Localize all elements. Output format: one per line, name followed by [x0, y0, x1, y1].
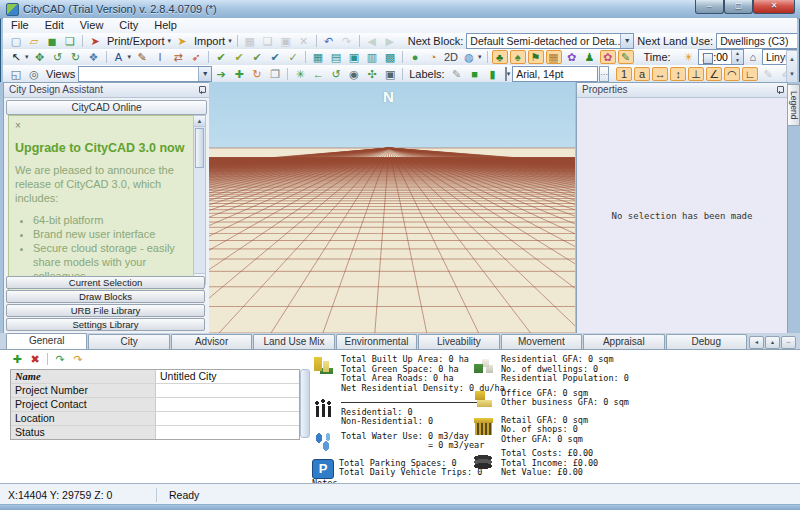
measure-width-icon[interactable]: ↔ [652, 67, 668, 81]
paint-tool-icon[interactable]: ✎ [618, 50, 634, 64]
tab-advisor[interactable]: Advisor [171, 334, 252, 349]
measure-letter-icon[interactable]: a [634, 67, 650, 81]
slider-thumb[interactable] [703, 53, 713, 64]
fit-view-icon[interactable]: ◱ [8, 67, 24, 81]
tab-city[interactable]: City [88, 334, 169, 349]
next-land-use-combo[interactable]: Dwellings (C3) ▼ [716, 33, 797, 49]
landmark-tool-icon[interactable]: ✿ [600, 50, 616, 64]
delete-row-button[interactable]: ✖ [27, 352, 43, 366]
measure-arc-icon[interactable]: ◠ [724, 67, 740, 81]
property-value[interactable] [156, 412, 299, 425]
view-copy-icon[interactable]: ❐ [267, 67, 283, 81]
copy-icon[interactable]: ❏ [260, 34, 276, 48]
draw-block-1-icon[interactable]: ✔ [213, 50, 229, 64]
maximize-button[interactable]: ▢ [724, 0, 753, 14]
move-tool-icon[interactable]: ✥ [32, 50, 48, 64]
curved-arrow-yellow-button[interactable]: ↷ [70, 352, 86, 366]
text-tool-icon[interactable]: A [111, 50, 127, 64]
view-add-icon[interactable]: ✚ [231, 67, 247, 81]
measure-corner-icon[interactable]: ∟ [742, 67, 758, 81]
chevron-down-icon[interactable]: ▾ [507, 70, 511, 78]
person-tool-icon[interactable]: ♟ [582, 50, 598, 64]
step-back-icon[interactable]: ◀ [364, 34, 380, 48]
pin-icon[interactable] [198, 86, 205, 94]
scroll-up-icon[interactable]: ▲ [194, 116, 205, 127]
surface-tool-icon[interactable]: ▦ [546, 50, 562, 64]
tab-environmental[interactable]: Environmental [336, 334, 417, 349]
block-insert-icon[interactable]: ▣ [346, 50, 362, 64]
label-pill-icon[interactable]: ▮ [485, 67, 501, 81]
flower-tool-icon[interactable]: ✿ [564, 50, 580, 64]
draw-block-4-icon[interactable]: ✔ [267, 50, 283, 64]
block-rows-icon[interactable]: ▤ [328, 50, 344, 64]
menu-help[interactable]: Help [146, 18, 185, 33]
property-value[interactable] [156, 398, 299, 411]
look-around-icon[interactable]: ◉ [346, 67, 362, 81]
chevron-down-icon[interactable]: ▼ [198, 67, 211, 81]
walk-view-icon[interactable]: ✣ [364, 67, 380, 81]
amenity-tool-icon[interactable]: ⚑ [528, 50, 544, 64]
panel-button-settings-library[interactable]: Settings Library [6, 318, 205, 331]
block-merge-icon[interactable]: ▩ [382, 50, 398, 64]
notice-scrollbar[interactable]: ▲ ▼ [193, 115, 206, 285]
globe-icon[interactable]: ◍ [461, 50, 477, 64]
annotate-pen-icon[interactable]: ✎ [760, 67, 776, 81]
pan-tool-icon[interactable]: ❖ [86, 50, 102, 64]
chevron-down-icon[interactable]: ▾ [478, 53, 482, 61]
chevron-down-icon[interactable]: ▼ [620, 34, 633, 48]
section-tool-icon[interactable]: I [152, 50, 168, 64]
minimize-button[interactable]: – [695, 0, 724, 14]
shrub-tool-icon[interactable]: ♠ [510, 50, 526, 64]
tab-liveability[interactable]: Liveability [418, 334, 499, 349]
zoom-tool-icon[interactable]: ◎ [26, 67, 42, 81]
label-block-icon[interactable]: ■ [467, 67, 483, 81]
pin-icon[interactable] [776, 86, 783, 94]
tab-land-use-mix[interactable]: Land Use Mix [253, 334, 334, 349]
title-bar[interactable]: CityCAD (Trial Version) v. 2.8.4.0709 (*… [0, 0, 800, 19]
print-export-button[interactable]: ➤ [87, 34, 103, 48]
tab-debug[interactable]: Debug [666, 334, 747, 349]
measure-angle-icon[interactable]: ∠ [706, 67, 722, 81]
save-icon[interactable]: ◼ [44, 34, 60, 48]
property-value[interactable] [156, 384, 299, 397]
chevron-down-icon[interactable]: ▾ [25, 53, 29, 61]
chevron-down-icon[interactable]: ▾ [228, 37, 232, 45]
tree-tool-icon[interactable]: ♣ [492, 50, 508, 64]
label-pen-icon[interactable]: ✎ [449, 67, 465, 81]
rotate-cw-tool-icon[interactable]: ↻ [68, 50, 84, 64]
tab-movement[interactable]: Movement [501, 334, 582, 349]
draw-block-2-icon[interactable]: ✔ [231, 50, 247, 64]
tab-legend[interactable]: Legend [787, 84, 800, 126]
open-folder-icon[interactable]: ▱ [26, 34, 42, 48]
redo-icon[interactable]: ↷ [339, 34, 355, 48]
label-font-box[interactable]: Arial, 14pt [512, 66, 598, 82]
chevron-down-icon[interactable]: ▾ [167, 37, 171, 45]
panel-button-current-selection[interactable]: Current Selection [6, 276, 205, 289]
next-block-combo[interactable]: Default Semi-detached or Deta... ▼ [466, 33, 634, 49]
step-forward-icon[interactable]: ▶ [382, 34, 398, 48]
property-value[interactable]: Untitled City [156, 370, 299, 383]
import-button-label[interactable]: Import [194, 35, 225, 47]
toolbar-overflow-button[interactable]: ▲▼ [786, 50, 798, 83]
zoom-extents-icon[interactable]: ✳ [292, 67, 308, 81]
arrow-tool-icon[interactable]: ➶ [188, 50, 204, 64]
tab-collapse-button[interactable]: – [781, 336, 796, 349]
menu-edit[interactable]: Edit [37, 18, 72, 33]
close-button[interactable]: ✕ [753, 0, 795, 14]
screen-view-icon[interactable]: ▣ [382, 67, 398, 81]
views-combo[interactable]: ▼ [78, 66, 212, 82]
menu-view[interactable]: View [72, 18, 112, 33]
add-row-button[interactable]: ✚ [9, 352, 25, 366]
view-previous-icon[interactable]: ➔ [213, 67, 229, 81]
chevron-down-icon[interactable]: ▾ [128, 53, 132, 61]
panel-button-draw-blocks[interactable]: Draw Blocks [6, 290, 205, 303]
font-picker-button[interactable]: … [599, 66, 609, 82]
select-tool-icon[interactable]: ↖ [8, 50, 24, 64]
spinner-arrows-icon[interactable]: ▲▼ [731, 50, 743, 64]
delete-icon[interactable]: ✕ [296, 34, 312, 48]
property-value[interactable] [156, 426, 299, 439]
paste-icon[interactable]: ▦ [242, 34, 258, 48]
undo-icon[interactable]: ↶ [321, 34, 337, 48]
clock-icon[interactable]: ◔ [425, 50, 441, 64]
sphere-icon[interactable]: ● [407, 50, 423, 64]
